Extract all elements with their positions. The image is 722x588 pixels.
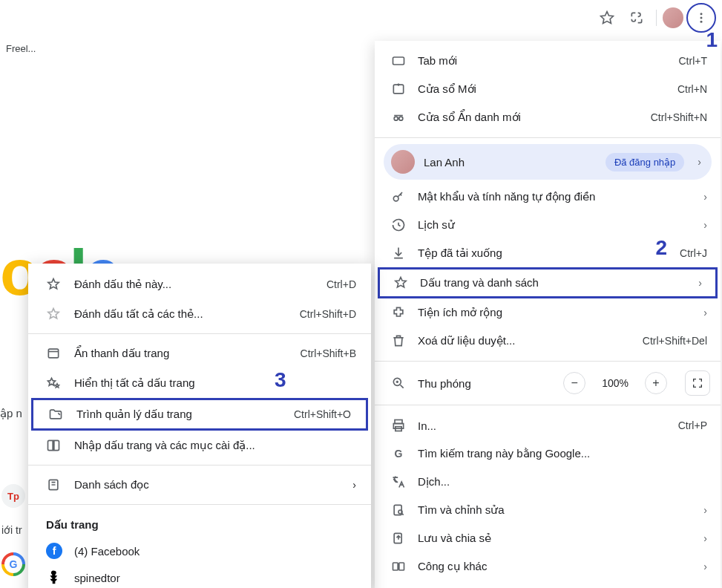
menu-label: Xoá dữ liệu duyệt... xyxy=(418,334,631,347)
menu-item-bookmarks[interactable]: Dấu trang và danh sách › xyxy=(378,267,718,298)
menu-label: Tab mới xyxy=(418,54,667,68)
submenu-shortcut: Ctrl+Shift+D xyxy=(300,308,356,320)
submenu-shortcut: Ctrl+D xyxy=(326,278,356,290)
layout-icon xyxy=(46,346,61,361)
extensions-icon[interactable] xyxy=(623,4,650,31)
menu-profile-row[interactable]: Lan Anh Đã đăng nhập › xyxy=(384,144,712,180)
submenu-item-bookmark-tab[interactable]: Đánh dấu thẻ này... Ctrl+D xyxy=(28,270,371,299)
menu-label: Cửa sổ Mới xyxy=(418,82,666,96)
svg-rect-17 xyxy=(393,563,398,570)
stars-icon xyxy=(46,376,61,391)
menu-label: Tiện ích mở rộng xyxy=(418,306,692,319)
menu-shortcut: Ctrl+J xyxy=(680,247,707,259)
svg-point-1 xyxy=(700,13,703,15)
svg-marker-19 xyxy=(48,279,59,289)
main-menu: Tab mới Ctrl+T Cửa sổ Mới Ctrl+N Cửa sổ … xyxy=(375,41,721,588)
profile-avatar[interactable] xyxy=(663,7,683,28)
menu-shortcut: Ctrl+Shift+N xyxy=(651,111,707,123)
star-icon xyxy=(46,277,61,292)
browser-toolbar xyxy=(0,0,722,36)
tools-icon xyxy=(391,559,406,574)
submenu-separator xyxy=(28,333,371,334)
profile-avatar-small xyxy=(391,150,415,174)
bookmark-bar-item[interactable]: Freel... xyxy=(6,43,36,54)
submenu-item-reading-list[interactable]: Danh sách đọc › xyxy=(28,470,371,500)
menu-item-new-tab[interactable]: Tab mới Ctrl+T xyxy=(375,47,721,75)
star-icon xyxy=(393,275,408,290)
chevron-right-icon: › xyxy=(703,561,707,572)
submenu-shortcut: Ctrl+Shift+O xyxy=(294,408,351,420)
menu-item-save-share[interactable]: Lưu và chia sẻ › xyxy=(375,524,721,552)
profile-status-badge: Đã đăng nhập xyxy=(606,153,684,172)
reading-list-icon xyxy=(46,477,61,492)
save-share-icon xyxy=(391,531,406,546)
shortcut-tile[interactable]: G xyxy=(1,552,25,576)
bookmark-entry[interactable]: spinedtor xyxy=(28,564,371,588)
menu-item-new-window[interactable]: Cửa sổ Mới Ctrl+N xyxy=(375,75,721,103)
submenu-separator xyxy=(28,465,371,466)
bookmark-label: spinedtor xyxy=(74,572,120,584)
menu-shortcut: Ctrl+Shift+Del xyxy=(643,335,707,347)
submenu-item-hide-bar[interactable]: Ẩn thanh dấu trang Ctrl+Shift+B xyxy=(28,339,371,368)
svg-rect-21 xyxy=(48,349,58,358)
menu-label: Cửa sổ Ẩn danh mới xyxy=(418,111,639,124)
translate-icon xyxy=(391,474,406,489)
find-icon xyxy=(391,503,406,517)
bookmarks-submenu: Đánh dấu thẻ này... Ctrl+D Đánh dấu tất … xyxy=(28,264,371,588)
zoom-value: 100% xyxy=(602,377,629,389)
new-window-icon xyxy=(391,82,406,97)
zoom-in-button[interactable]: + xyxy=(645,372,667,394)
menu-label: Tệp đã tải xuống xyxy=(418,246,668,260)
menu-label: Thu phóng xyxy=(418,377,551,390)
svg-rect-5 xyxy=(393,85,403,94)
svg-point-3 xyxy=(700,21,703,23)
menu-label: Lưu và chia sẻ xyxy=(418,532,692,545)
menu-shortcut: Ctrl+P xyxy=(678,419,707,431)
svg-point-6 xyxy=(394,117,398,120)
submenu-label: Nhập dấu trang và các mục cài đặ... xyxy=(74,439,356,452)
annotation-3: 3 xyxy=(275,368,286,392)
download-icon xyxy=(391,246,406,261)
chevron-right-icon: › xyxy=(703,191,707,203)
menu-item-more-tools[interactable]: Công cụ khác › xyxy=(375,552,721,581)
chevron-right-icon: › xyxy=(703,504,707,516)
submenu-item-bookmark-all[interactable]: Đánh dấu tất cả các thẻ... Ctrl+Shift+D xyxy=(28,299,371,329)
star-outline-icon xyxy=(46,307,61,321)
zoom-out-button[interactable]: − xyxy=(563,372,585,394)
menu-item-translate[interactable]: Dịch... xyxy=(375,468,721,496)
puzzle-icon xyxy=(391,305,406,320)
trash-icon xyxy=(391,333,406,348)
bookmark-entry[interactable]: f (4) Facebook xyxy=(28,538,371,564)
menu-item-print[interactable]: In... Ctrl+P xyxy=(375,411,721,440)
fullscreen-button[interactable] xyxy=(685,370,710,396)
menu-item-clear-data[interactable]: Xoá dữ liệu duyệt... Ctrl+Shift+Del xyxy=(375,327,721,355)
bookmark-star-icon[interactable] xyxy=(594,4,620,31)
menu-item-incognito[interactable]: Cửa sổ Ẩn danh mới Ctrl+Shift+N xyxy=(375,103,721,131)
menu-item-history[interactable]: Lịch sử › xyxy=(375,211,721,239)
key-icon xyxy=(391,189,406,204)
menu-item-find-edit[interactable]: Tìm và chỉnh sửa › xyxy=(375,496,721,524)
menu-item-extensions[interactable]: Tiện ích mở rộng › xyxy=(375,298,721,327)
menu-item-search-google[interactable]: G Tìm kiếm trang này bằng Google... xyxy=(375,440,721,468)
menu-item-zoom: Thu phóng − 100% + xyxy=(375,368,721,399)
zoom-icon xyxy=(391,376,406,391)
submenu-heading: Dấu trang xyxy=(28,509,371,538)
spine-icon xyxy=(46,569,62,586)
chevron-right-icon: › xyxy=(703,532,707,544)
url-bar-wrap xyxy=(3,4,620,31)
menu-label: In... xyxy=(418,419,666,432)
svg-marker-23 xyxy=(56,384,59,388)
book-icon xyxy=(46,438,61,453)
menu-item-downloads[interactable]: Tệp đã tải xuống Ctrl+J xyxy=(375,239,721,267)
shortcut-tile[interactable]: Tp xyxy=(1,484,25,508)
submenu-item-import[interactable]: Nhập dấu trang và các mục cài đặ... xyxy=(28,431,371,460)
submenu-item-bookmark-manager[interactable]: Trình quản lý dấu trang Ctrl+Shift+O xyxy=(31,398,368,431)
menu-item-passwords[interactable]: Mật khẩu và tính năng tự động điền › xyxy=(375,183,721,211)
submenu-item-show-all[interactable]: Hiển thị tất cả dấu trang xyxy=(28,368,371,398)
incognito-icon xyxy=(391,110,406,125)
submenu-shortcut: Ctrl+Shift+B xyxy=(301,347,356,359)
submenu-label: Đánh dấu tất cả các thẻ... xyxy=(74,307,286,321)
search-input-fragment[interactable]: ập n xyxy=(0,407,22,420)
menu-label: Tìm kiếm trang này bằng Google... xyxy=(418,447,707,460)
svg-marker-0 xyxy=(601,12,614,24)
